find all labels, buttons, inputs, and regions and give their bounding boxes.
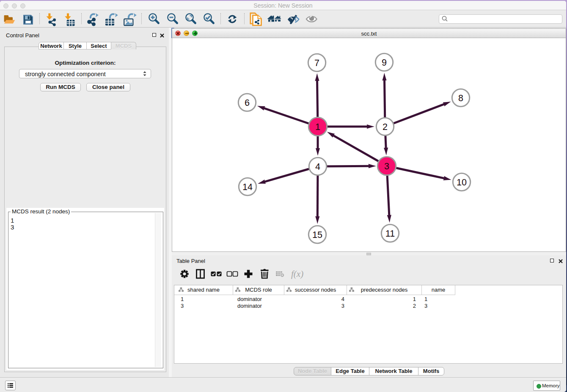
svg-text:6: 6 <box>245 98 250 108</box>
svg-text:10: 10 <box>457 177 467 188</box>
svg-text:9: 9 <box>382 58 387 68</box>
svg-text:3: 3 <box>384 161 389 171</box>
svg-text:14: 14 <box>242 182 253 192</box>
svg-text:4: 4 <box>315 162 320 172</box>
svg-text:11: 11 <box>385 229 395 239</box>
svg-text:15: 15 <box>312 230 322 240</box>
svg-text:1: 1 <box>315 122 320 132</box>
svg-text:7: 7 <box>314 58 319 68</box>
svg-text:8: 8 <box>458 93 463 103</box>
svg-text:2: 2 <box>383 122 388 132</box>
svg-text:f(x): f(x) <box>291 269 303 279</box>
